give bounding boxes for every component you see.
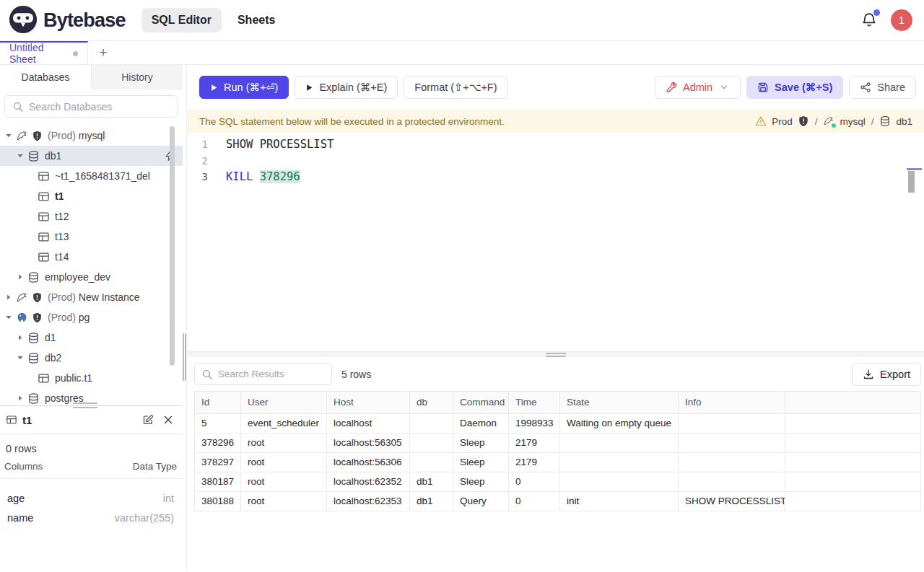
caret-down-icon[interactable] <box>3 130 14 141</box>
table-cell[interactable]: Daemon <box>453 413 509 433</box>
table-cell[interactable]: localhost <box>327 413 410 433</box>
code-line-3[interactable]: 3KILL 378296 <box>187 169 924 185</box>
table-cell[interactable] <box>410 433 453 452</box>
format-button[interactable]: Format (⇧+⌥+F) <box>404 76 507 99</box>
tree-item--t1-1658481371-del[interactable]: ~t1_1658481371_del <box>0 166 183 186</box>
column-header-db[interactable]: db <box>410 391 453 413</box>
table-cell[interactable]: root <box>241 452 327 472</box>
column-header-Id[interactable]: Id <box>195 391 241 413</box>
table-cell[interactable]: Sleep <box>453 472 509 491</box>
code-line-2[interactable]: 2 <box>187 153 924 170</box>
breadcrumb-environment[interactable]: Prod <box>772 116 793 127</box>
table-cell[interactable]: event_scheduler <box>241 413 327 433</box>
table-cell[interactable]: db1 <box>410 472 453 491</box>
caret-down-icon[interactable] <box>14 352 26 364</box>
tab-history[interactable]: History <box>92 65 183 89</box>
tree-item-d1[interactable]: d1 <box>0 327 183 348</box>
results-search-input[interactable]: Search Results <box>194 363 332 385</box>
table-cell[interactable]: db1 <box>410 491 453 511</box>
table-cell[interactable]: 378296 <box>195 433 241 452</box>
table-cell[interactable] <box>410 413 453 433</box>
sidebar-resize-handle[interactable] <box>183 65 186 571</box>
caret-right-icon[interactable] <box>14 392 26 404</box>
table-cell[interactable]: localhost:56306 <box>327 452 410 472</box>
breadcrumb-instance[interactable]: mysql <box>840 116 865 127</box>
tree-item-mysql[interactable]: (Prod) mysql <box>0 126 183 146</box>
table-cell[interactable]: localhost:62352 <box>327 472 410 491</box>
column-header-State[interactable]: State <box>560 391 679 413</box>
table-cell[interactable] <box>785 491 921 511</box>
column-header-Host[interactable]: Host <box>327 391 410 413</box>
tree-item-t1[interactable]: t1 <box>0 186 183 206</box>
table-cell[interactable] <box>679 433 785 452</box>
table-cell[interactable]: Sleep <box>453 433 509 452</box>
breadcrumb-database[interactable]: db1 <box>896 116 912 127</box>
new-sheet-button[interactable]: + <box>88 41 118 64</box>
tree-item-new-instance[interactable]: (Prod) New Instance <box>0 287 183 307</box>
close-icon[interactable] <box>162 414 174 426</box>
tree-item-t14[interactable]: t14 <box>0 247 183 267</box>
table-cell[interactable]: Waiting on empty queue <box>560 413 679 433</box>
table-row[interactable]: 378296rootlocalhost:56305Sleep2179 <box>195 433 921 452</box>
table-row[interactable]: 378297rootlocalhost:56306Sleep2179 <box>195 452 921 472</box>
table-cell[interactable] <box>679 452 785 472</box>
tab-databases[interactable]: Databases <box>0 65 92 89</box>
tree-item-t12[interactable]: t12 <box>0 206 183 226</box>
caret-right-icon[interactable] <box>14 271 26 283</box>
column-header-Command[interactable]: Command <box>453 391 509 413</box>
table-cell[interactable]: localhost:56305 <box>327 433 410 452</box>
tree-item-t13[interactable]: t13 <box>0 226 183 247</box>
table-cell[interactable]: root <box>241 433 327 452</box>
table-cell[interactable]: SHOW PROCESSLIST <box>679 491 785 511</box>
tree-item-db2[interactable]: db2 <box>0 348 183 368</box>
tree-scrollbar[interactable] <box>170 126 175 366</box>
column-header-User[interactable]: User <box>241 391 327 413</box>
share-button[interactable]: Share <box>849 76 916 99</box>
bytebase-logo[interactable]: Bytebase <box>9 5 126 36</box>
panel-resize-handle[interactable] <box>73 402 97 408</box>
table-cell[interactable]: localhost:62353 <box>327 491 410 511</box>
table-cell[interactable] <box>679 413 785 433</box>
table-cell[interactable]: root <box>241 472 327 491</box>
edit-icon[interactable] <box>142 414 154 426</box>
caret-down-icon[interactable] <box>14 150 26 162</box>
table-cell[interactable] <box>785 472 921 491</box>
table-cell[interactable] <box>560 433 679 452</box>
table-cell[interactable] <box>560 472 679 491</box>
table-cell[interactable]: 0 <box>509 472 560 491</box>
caret-right-icon[interactable] <box>3 291 14 303</box>
export-button[interactable]: Export <box>852 363 921 386</box>
table-cell[interactable]: 1998933 <box>509 413 560 433</box>
table-cell[interactable]: Sleep <box>453 452 509 472</box>
table-cell[interactable]: init <box>560 491 679 511</box>
column-row-name[interactable]: namevarchar(255) <box>0 508 183 527</box>
tree-item-public-t1[interactable]: public.t1 <box>0 368 183 388</box>
run-button[interactable]: Run (⌘+⏎) <box>199 76 289 99</box>
admin-mode-button[interactable]: Admin <box>655 76 741 99</box>
table-cell[interactable]: 0 <box>509 491 560 511</box>
editor-scrollbar[interactable] <box>908 171 915 193</box>
table-row[interactable]: 380188rootlocalhost:62353db1Query0initSH… <box>195 491 921 511</box>
nav-sql-editor[interactable]: SQL Editor <box>141 8 222 32</box>
code-line-1[interactable]: 1SHOW PROCESSLIST <box>187 136 924 153</box>
caret-down-icon[interactable] <box>3 312 14 323</box>
notification-bell-icon[interactable] <box>860 12 878 29</box>
table-row[interactable]: 380187rootlocalhost:62352db1Sleep0 <box>195 472 921 491</box>
table-cell[interactable] <box>785 413 921 433</box>
results-resize-handle[interactable] <box>187 351 924 357</box>
table-cell[interactable]: 378297 <box>195 452 241 472</box>
table-cell[interactable] <box>679 472 785 491</box>
column-row-age[interactable]: ageint <box>0 488 183 508</box>
column-header-empty[interactable] <box>785 391 921 413</box>
table-cell[interactable]: Query <box>453 491 509 511</box>
table-cell[interactable] <box>560 452 679 472</box>
user-avatar[interactable]: 1 <box>891 9 912 31</box>
tab-untitled-sheet[interactable]: Untitled Sheet <box>0 41 88 64</box>
table-row[interactable]: 5event_schedulerlocalhostDaemon1998933Wa… <box>195 413 921 433</box>
nav-sheets[interactable]: Sheets <box>227 8 285 32</box>
table-cell[interactable]: 2179 <box>509 452 560 472</box>
save-button[interactable]: Save (⌘+S) <box>746 76 843 99</box>
tree-item-pg[interactable]: (Prod) pg <box>0 307 183 327</box>
tree-item-db1[interactable]: db1 <box>0 146 183 166</box>
table-cell[interactable] <box>785 452 921 472</box>
